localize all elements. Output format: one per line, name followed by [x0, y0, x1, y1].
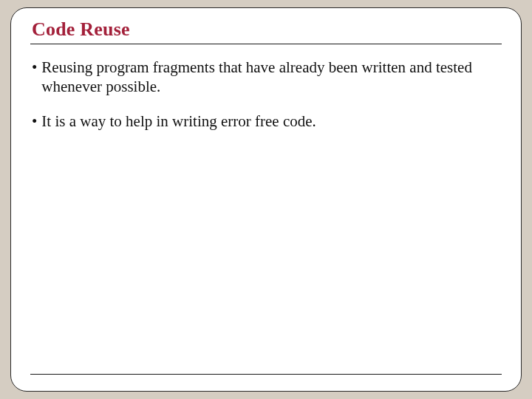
bullet-text: Reusing program fragments that have alre…: [41, 58, 502, 97]
slide-content: • Reusing program fragments that have al…: [30, 58, 502, 131]
title-underline: [30, 44, 502, 44]
bullet-marker: •: [30, 58, 41, 97]
bullet-text: It is a way to help in writing error fre…: [41, 112, 502, 131]
bullet-marker: •: [30, 112, 41, 131]
bullet-item: • Reusing program fragments that have al…: [30, 58, 502, 97]
bottom-rule: [30, 374, 502, 375]
bullet-item: • It is a way to help in writing error f…: [30, 112, 502, 131]
slide-title: Code Reuse: [32, 18, 502, 41]
slide-card: Code Reuse • Reusing program fragments t…: [10, 7, 522, 392]
